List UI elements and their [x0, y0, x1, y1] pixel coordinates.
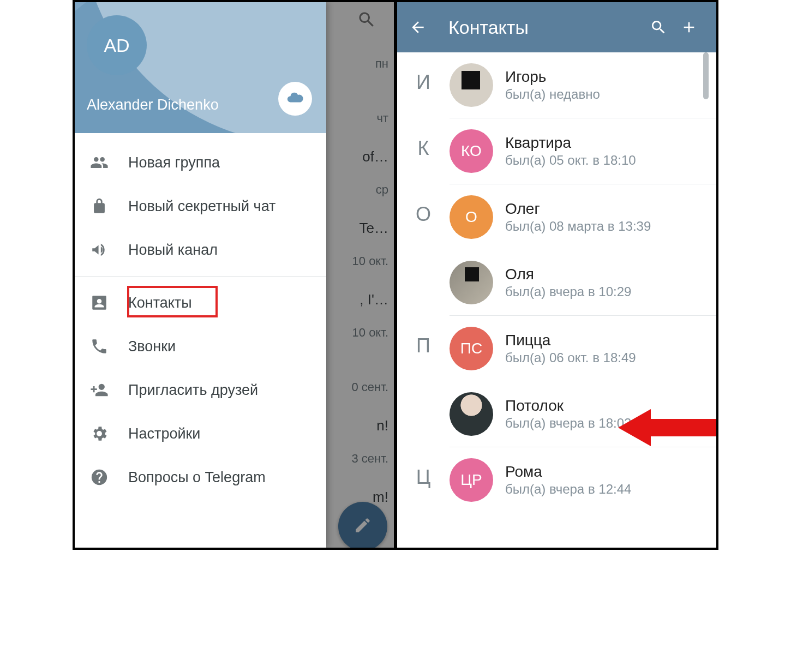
menu-label: Контакты [128, 295, 192, 311]
menu-item-invite[interactable]: Пригласить друзей [75, 368, 326, 412]
compose-fab[interactable] [338, 502, 387, 548]
contact-name: Рома [505, 463, 631, 481]
contact-avatar: О [450, 195, 493, 239]
contact-status: был(а) вчера в 12:44 [505, 482, 631, 497]
section-letter: Ц [397, 447, 450, 513]
contact-status: был(а) 06 окт. в 18:49 [505, 350, 636, 365]
contact-row[interactable]: КОКвартирабыл(а) 05 окт. в 18:10 [450, 118, 716, 184]
contact-info: Олегбыл(а) 08 марта в 13:39 [505, 200, 651, 234]
section-letter: О [397, 184, 450, 316]
contacts-section: ЦЦРРомабыл(а) вчера в 12:44 [397, 447, 716, 513]
chat-date: ср [328, 183, 388, 197]
page-title: Контакты [439, 17, 643, 38]
search-icon[interactable] [357, 10, 376, 32]
contact-name: Игорь [505, 68, 600, 86]
menu-item-secret-chat[interactable]: Новый секретный чат [75, 184, 326, 228]
group-icon [90, 153, 128, 172]
user-avatar[interactable]: AD [87, 15, 147, 75]
contacts-section: ППСПиццабыл(а) 06 окт. в 18:49Потолокбыл… [397, 316, 716, 447]
contacts-section: ККОКвартирабыл(а) 05 окт. в 18:10 [397, 118, 716, 184]
section-letter: П [397, 316, 450, 447]
contact-avatar [450, 392, 493, 436]
contact-name: Оля [505, 266, 631, 283]
chat-snippet: Te… [359, 220, 388, 236]
saved-messages-button[interactable] [278, 82, 312, 116]
menu-item-new-group[interactable]: Новая группа [75, 141, 326, 184]
menu-item-contacts[interactable]: Контакты [75, 281, 326, 325]
phone-icon [90, 337, 128, 356]
chat-date: чт [328, 111, 388, 125]
gear-icon [90, 424, 128, 443]
back-button[interactable] [409, 19, 439, 36]
user-name: Alexander Dichenko [87, 97, 219, 113]
drawer-menu: Новая группа Новый секретный чат Новый к… [75, 133, 326, 499]
chat-snippet: n! [376, 417, 388, 434]
chat-snippet: of… [362, 148, 388, 165]
contact-info: Игорьбыл(а) недавно [505, 68, 600, 102]
megaphone-icon [90, 241, 128, 259]
menu-label: Пригласить друзей [128, 382, 258, 399]
contact-name: Олег [505, 200, 651, 218]
cloud-icon [286, 88, 304, 109]
contact-info: Пиццабыл(а) 06 окт. в 18:49 [505, 332, 636, 365]
contact-avatar: ЦР [450, 458, 493, 502]
contact-row[interactable]: Потолокбыл(а) вчера в 18:02 [450, 381, 716, 447]
chat-date: 0 сент. [328, 380, 388, 394]
contact-info: Ромабыл(а) вчера в 12:44 [505, 463, 631, 497]
navigation-drawer: AD Alexander Dichenko Новая группа Новый… [75, 2, 326, 548]
contact-row[interactable]: Игорьбыл(а) недавно [450, 52, 716, 118]
chat-snippet: m! [373, 489, 388, 505]
contact-row[interactable]: ЦРРомабыл(а) вчера в 12:44 [450, 447, 716, 513]
chat-date: 10 окт. [328, 254, 388, 268]
menu-item-calls[interactable]: Звонки [75, 325, 326, 368]
menu-label: Вопросы о Telegram [128, 469, 266, 486]
menu-separator [75, 276, 326, 277]
contact-row[interactable]: Олябыл(а) вчера в 10:29 [450, 250, 716, 315]
contact-name: Потолок [505, 397, 631, 415]
add-contact-button[interactable] [674, 19, 704, 36]
chat-date: 3 сент. [328, 452, 388, 466]
contacts-section: ОООлегбыл(а) 08 марта в 13:39Олябыл(а) в… [397, 184, 716, 316]
app-bar: Контакты [397, 2, 716, 52]
help-icon [90, 468, 128, 487]
section-letter: К [397, 118, 450, 184]
add-person-icon [90, 381, 128, 399]
contact-status: был(а) вчера в 10:29 [505, 284, 631, 299]
pencil-icon [353, 516, 372, 537]
chat-date: 10 окт. [328, 326, 388, 340]
menu-item-settings[interactable]: Настройки [75, 412, 326, 455]
contacts-screen: Контакты ИИгорьбыл(а) недавноККОКвартира… [397, 2, 716, 548]
menu-item-new-channel[interactable]: Новый канал [75, 228, 326, 272]
contact-status: был(а) недавно [505, 87, 600, 102]
contact-avatar [450, 261, 493, 304]
contact-status: был(а) 05 окт. в 18:10 [505, 153, 636, 168]
contact-avatar [450, 63, 493, 107]
contact-info: Квартирабыл(а) 05 окт. в 18:10 [505, 134, 636, 168]
search-button[interactable] [643, 19, 674, 36]
contact-row[interactable]: ПСПиццабыл(а) 06 окт. в 18:49 [450, 316, 716, 381]
chat-date: пн [328, 57, 388, 71]
menu-label: Звонки [128, 338, 176, 355]
menu-label: Новый канал [128, 242, 218, 259]
contact-info: Олябыл(а) вчера в 10:29 [505, 266, 631, 299]
chat-snippet: , I'… [359, 291, 388, 308]
avatar-initials: AD [104, 35, 129, 56]
contacts-list[interactable]: ИИгорьбыл(а) недавноККОКвартирабыл(а) 05… [397, 52, 716, 548]
contact-row[interactable]: ООлегбыл(а) 08 марта в 13:39 [450, 184, 716, 250]
scrollbar-thumb[interactable] [703, 52, 709, 99]
menu-label: Новый секретный чат [128, 198, 275, 215]
section-letter: И [397, 52, 450, 118]
lock-icon [90, 197, 128, 215]
contacts-section: ИИгорьбыл(а) недавно [397, 52, 716, 118]
contact-avatar: КО [450, 129, 493, 173]
drawer-screen: пн чтof… срTe… 10 окт., I'… 10 окт. 0 се… [75, 2, 394, 548]
drawer-header: AD Alexander Dichenko [75, 2, 326, 133]
menu-label: Настройки [128, 425, 200, 442]
contact-status: был(а) вчера в 18:02 [505, 416, 631, 431]
contact-icon [90, 293, 128, 312]
menu-item-faq[interactable]: Вопросы о Telegram [75, 455, 326, 499]
menu-label: Новая группа [128, 154, 220, 171]
contact-info: Потолокбыл(а) вчера в 18:02 [505, 397, 631, 431]
contact-avatar: ПС [450, 327, 493, 370]
chat-list-background: пн чтof… срTe… 10 окт., I'… 10 окт. 0 се… [326, 2, 394, 548]
